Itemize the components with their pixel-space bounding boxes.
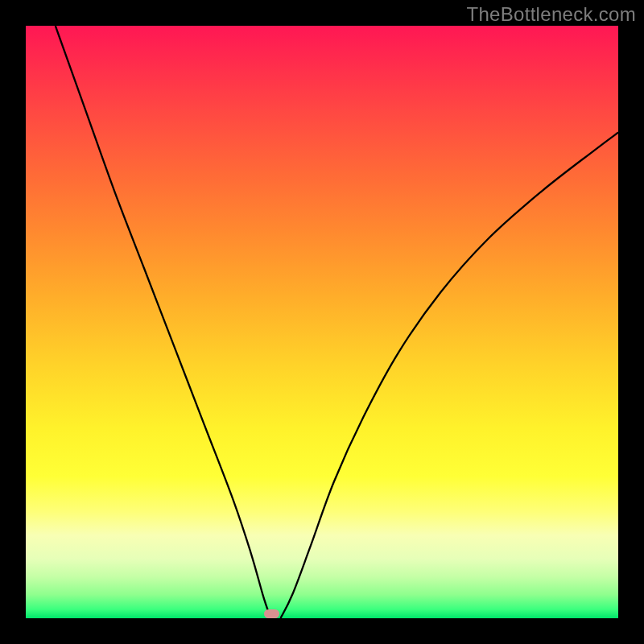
bottleneck-curve-left-path bbox=[56, 26, 272, 618]
chart-frame: TheBottleneck.com bbox=[0, 0, 644, 644]
watermark-text: TheBottleneck.com bbox=[466, 3, 636, 26]
bottleneck-curve bbox=[26, 26, 618, 618]
optimal-point-marker bbox=[264, 609, 280, 618]
bottleneck-curve-right-path bbox=[280, 132, 618, 618]
chart-plot-area bbox=[26, 26, 618, 618]
